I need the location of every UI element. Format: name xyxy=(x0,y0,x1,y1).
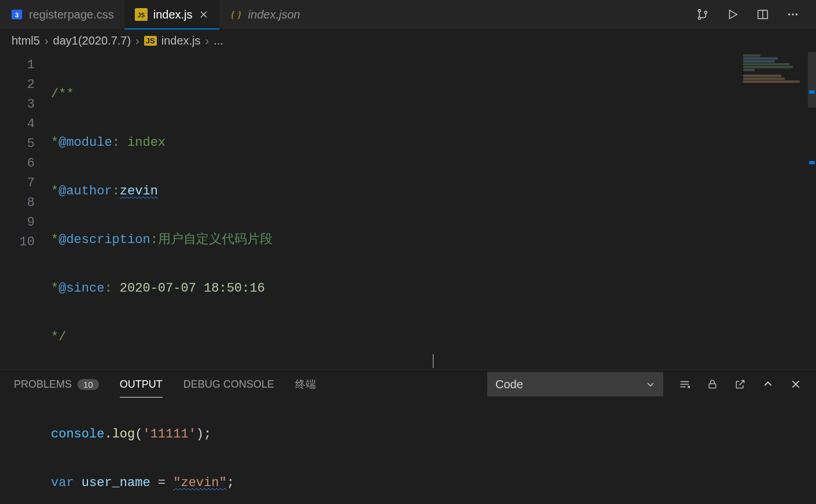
overview-ruler[interactable] xyxy=(808,52,816,369)
breadcrumb-seg[interactable]: day1(2020.7.7) xyxy=(53,34,131,47)
svg-point-10 xyxy=(792,13,793,15)
css-file-icon: 3 xyxy=(10,8,23,21)
svg-point-6 xyxy=(698,17,700,19)
breadcrumb[interactable]: html5 › day1(2020.7.7) › JS index.js › .… xyxy=(0,29,816,52)
svg-point-5 xyxy=(698,10,700,12)
panel-tab-label: OUTPUT xyxy=(120,378,163,391)
text-cursor xyxy=(433,354,433,368)
svg-text:JS: JS xyxy=(138,12,145,19)
output-body[interactable] xyxy=(0,399,816,503)
diff-icon[interactable] xyxy=(696,8,710,21)
close-icon[interactable] xyxy=(199,9,209,20)
panel-scrollbar[interactable] xyxy=(808,399,816,503)
breadcrumb-seg[interactable]: ... xyxy=(214,34,223,47)
js-badge-icon: JS xyxy=(144,36,157,46)
svg-text:{ }: { } xyxy=(231,9,241,20)
editor-tab-bar: 3 registerpage.css JS index.js { } index… xyxy=(0,0,816,29)
tab-index-json[interactable]: { } index.json xyxy=(219,0,311,29)
svg-text:3: 3 xyxy=(15,12,19,19)
chevron-right-icon: › xyxy=(45,34,49,47)
tab-registerpage-css[interactable]: 3 registerpage.css xyxy=(0,0,124,29)
run-icon[interactable] xyxy=(726,8,740,21)
tab-label: index.js xyxy=(153,8,193,21)
svg-point-9 xyxy=(788,13,790,15)
scrollbar-thumb[interactable] xyxy=(808,52,816,108)
tab-label: registerpage.css xyxy=(29,8,114,21)
line-number-gutter: 1 2 3 4 5 6 7 8 9 10 xyxy=(0,52,51,369)
js-file-icon: JS xyxy=(135,8,148,21)
chevron-right-icon: › xyxy=(135,34,139,47)
minimap[interactable] xyxy=(741,52,808,369)
breadcrumb-seg[interactable]: html5 xyxy=(12,34,40,47)
svg-point-11 xyxy=(796,13,797,15)
tab-index-js[interactable]: JS index.js xyxy=(124,0,219,29)
split-editor-icon[interactable] xyxy=(756,8,770,21)
editor-actions xyxy=(696,0,816,29)
panel-tab-output[interactable]: OUTPUT xyxy=(120,378,163,391)
more-icon[interactable] xyxy=(786,8,800,21)
svg-point-7 xyxy=(704,11,707,13)
breadcrumb-seg[interactable]: index.js xyxy=(161,34,201,47)
code-area[interactable]: /** *@module: index *@author:zevin *@des… xyxy=(51,52,816,369)
code-editor[interactable]: 1 2 3 4 5 6 7 8 9 10 /** *@module: index… xyxy=(0,52,816,369)
tab-label: index.json xyxy=(248,8,300,21)
json-file-icon: { } xyxy=(230,8,242,21)
chevron-right-icon: › xyxy=(205,34,209,47)
